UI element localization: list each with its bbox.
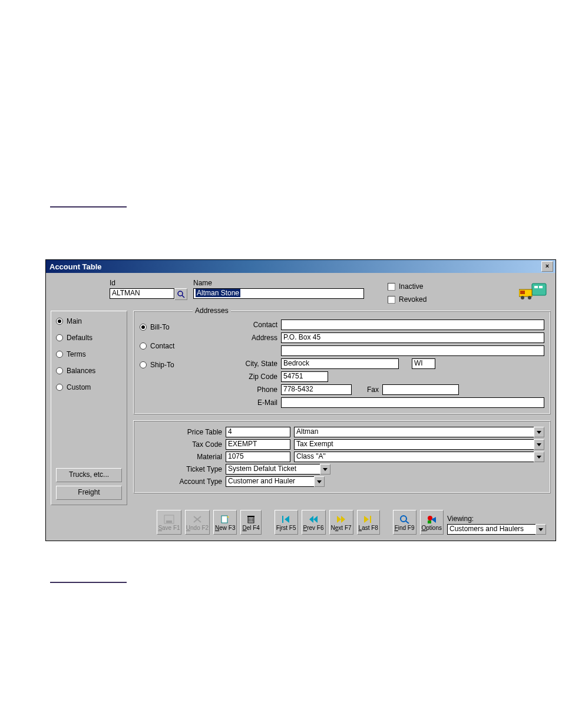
delete-label: Del F4 bbox=[242, 525, 259, 531]
svg-marker-22 bbox=[309, 516, 313, 523]
fax-label: Fax bbox=[355, 386, 379, 394]
address-type-radio-contact[interactable]: Contact bbox=[140, 342, 193, 350]
svg-marker-26 bbox=[364, 516, 369, 523]
trucks-button[interactable]: Trucks, etc... bbox=[56, 468, 122, 482]
undo-icon bbox=[191, 514, 203, 525]
radio-label: Custom bbox=[67, 383, 91, 391]
side-radio-custom[interactable]: Custom bbox=[56, 383, 122, 391]
svg-marker-21 bbox=[285, 516, 289, 523]
price-table-name-field[interactable]: Altman bbox=[294, 427, 534, 437]
fax-field[interactable] bbox=[382, 384, 459, 395]
zip-label: Zip Code bbox=[201, 373, 277, 381]
find-button[interactable]: Find F9 bbox=[393, 510, 416, 535]
chevron-down-icon bbox=[317, 480, 322, 483]
undo-button[interactable]: Undo F2 bbox=[185, 510, 210, 535]
new-icon bbox=[219, 514, 231, 525]
zip-field[interactable]: 54751 bbox=[281, 371, 328, 382]
find-label: Find F9 bbox=[395, 525, 415, 531]
tax-code-name-field[interactable]: Tax Exempt bbox=[294, 439, 534, 450]
material-name-field[interactable]: Class "A" bbox=[294, 452, 534, 462]
side-radio-main[interactable]: Main bbox=[56, 317, 122, 325]
last-button[interactable]: Last F8 bbox=[357, 510, 380, 535]
first-label: First F5 bbox=[276, 525, 296, 531]
options-button[interactable]: Options bbox=[420, 510, 444, 535]
first-button[interactable]: First F5 bbox=[275, 510, 298, 535]
address-type-radio-bill-to[interactable]: Bill-To bbox=[140, 323, 193, 331]
revoked-checkbox[interactable]: Revoked bbox=[388, 294, 427, 305]
trash-icon bbox=[245, 514, 257, 525]
price-table-dropdown-button[interactable] bbox=[534, 427, 544, 437]
tax-code-dropdown-button[interactable] bbox=[534, 439, 544, 450]
next-button[interactable]: Next F7 bbox=[329, 510, 353, 535]
ticket-type-label: Ticket Type bbox=[140, 465, 222, 473]
material-label: Material bbox=[140, 453, 222, 461]
account-type-dropdown-button[interactable] bbox=[314, 476, 325, 487]
address2-field[interactable] bbox=[281, 345, 544, 356]
price-table-code-field[interactable]: 4 bbox=[226, 427, 290, 437]
side-radio-terms[interactable]: Terms bbox=[56, 350, 122, 358]
svg-rect-4 bbox=[539, 286, 543, 288]
radio-label: Terms bbox=[67, 350, 86, 358]
tax-code-label: Tax Code bbox=[140, 440, 222, 449]
svg-rect-27 bbox=[370, 516, 371, 523]
tax-code-field[interactable]: EXEMPT bbox=[226, 439, 290, 450]
save-button[interactable]: Save F1 bbox=[157, 510, 181, 535]
svg-rect-13 bbox=[222, 516, 227, 523]
delete-button[interactable]: Del F4 bbox=[240, 510, 261, 535]
svg-point-0 bbox=[178, 291, 183, 296]
address-type-radio-ship-to[interactable]: Ship-To bbox=[140, 361, 193, 369]
state-field[interactable]: WI bbox=[412, 358, 435, 369]
address1-field[interactable]: P.O. Box 45 bbox=[281, 332, 544, 343]
phone-field[interactable]: 778-5432 bbox=[281, 384, 352, 395]
close-button[interactable]: × bbox=[541, 261, 553, 272]
city-field[interactable]: Bedrock bbox=[281, 358, 399, 369]
svg-point-8 bbox=[528, 296, 531, 299]
viewing-label: Viewing: bbox=[447, 515, 546, 523]
options-icon bbox=[426, 514, 438, 525]
account-type-field[interactable]: Customer and Hauler bbox=[226, 476, 314, 487]
chevron-down-icon bbox=[323, 468, 328, 471]
id-field[interactable]: ALTMAN bbox=[110, 288, 174, 299]
chevron-down-icon bbox=[537, 431, 541, 434]
material-dropdown-button[interactable] bbox=[534, 452, 544, 462]
side-radio-balances[interactable]: Balances bbox=[56, 367, 122, 375]
radio-label: Main bbox=[67, 317, 82, 325]
svg-point-28 bbox=[401, 516, 406, 522]
next-label: Next F7 bbox=[331, 525, 352, 531]
ticket-type-field[interactable]: System Defalut Ticket bbox=[226, 464, 320, 475]
side-radio-defaults[interactable]: Defaults bbox=[56, 334, 122, 342]
price-table-label: Price Table bbox=[140, 428, 222, 436]
material-code-field[interactable]: 1075 bbox=[226, 452, 290, 462]
radio-icon bbox=[140, 361, 147, 368]
titlebar: Account Table × bbox=[46, 260, 556, 273]
radio-label: Balances bbox=[67, 367, 95, 375]
svg-point-7 bbox=[521, 296, 524, 299]
app-logo-icon bbox=[519, 279, 547, 300]
inactive-checkbox[interactable]: Inactive bbox=[388, 281, 427, 292]
email-field[interactable] bbox=[281, 397, 544, 408]
contact-field[interactable] bbox=[281, 319, 544, 330]
find-icon bbox=[399, 514, 411, 525]
new-button[interactable]: New F3 bbox=[213, 510, 237, 535]
citystate-label: City, State bbox=[201, 360, 277, 368]
viewing-dropdown-button[interactable] bbox=[535, 524, 546, 535]
svg-marker-24 bbox=[337, 516, 341, 523]
prev-button[interactable]: Prev F6 bbox=[302, 510, 326, 535]
svg-point-30 bbox=[428, 516, 432, 521]
address-label: Address bbox=[201, 334, 277, 342]
window-title: Account Table bbox=[49, 262, 541, 271]
freight-button[interactable]: Freight bbox=[56, 486, 122, 500]
id-lookup-button[interactable] bbox=[174, 288, 187, 300]
name-value: Altman Stone bbox=[196, 289, 240, 297]
radio-icon bbox=[140, 324, 147, 331]
ticket-type-dropdown-button[interactable] bbox=[320, 464, 330, 475]
last-icon bbox=[362, 514, 374, 525]
options-label: Options bbox=[422, 525, 442, 531]
name-field[interactable]: Altman Stone bbox=[193, 288, 364, 299]
viewing-field[interactable]: Customers and Haulers bbox=[447, 524, 535, 535]
radio-icon bbox=[140, 342, 147, 350]
svg-rect-19 bbox=[247, 516, 254, 517]
chevron-down-icon bbox=[537, 456, 541, 459]
phone-label: Phone bbox=[201, 386, 277, 394]
radio-icon bbox=[56, 351, 63, 358]
